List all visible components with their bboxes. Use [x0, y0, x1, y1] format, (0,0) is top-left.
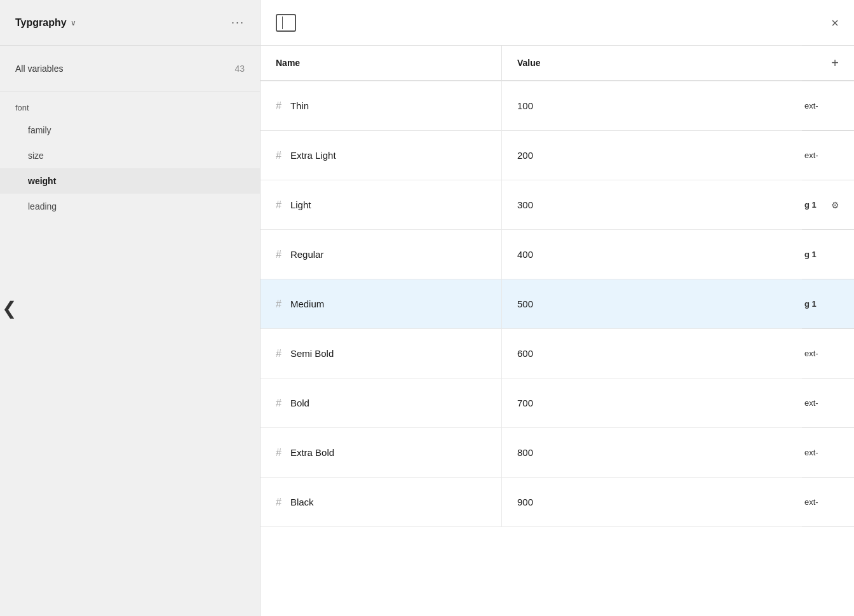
value-cell: 700	[502, 378, 816, 427]
sidebar-more-button[interactable]: ···	[231, 16, 245, 29]
main-container: ❮ Typgraphy ∨ ··· All variables 43 font …	[0, 0, 854, 616]
value-cell: 100	[502, 81, 816, 130]
value-cell: 800	[502, 428, 816, 477]
all-variables-count: 43	[234, 64, 245, 74]
table-row[interactable]: # Light 300 ⚙	[261, 180, 854, 230]
table-body: # Thin 100 # Extra Light 200	[261, 81, 854, 616]
variable-name: Extra Light	[290, 150, 336, 161]
variable-name: Semi Bold	[290, 348, 334, 359]
column-name-header: Name	[261, 46, 502, 80]
hash-icon: #	[276, 100, 281, 112]
left-chevron[interactable]: ❮	[0, 298, 18, 319]
actions-cell	[816, 428, 854, 477]
actions-cell	[816, 378, 854, 427]
variable-name: Regular	[290, 249, 324, 260]
sidebar-item-leading[interactable]: leading	[0, 194, 260, 219]
sidebar-title: Typgraphy	[15, 17, 67, 29]
column-actions-header: +	[816, 46, 854, 80]
panel-toggle-button[interactable]	[276, 14, 296, 32]
name-cell: # Extra Bold	[261, 428, 502, 477]
value-cell: 900	[502, 478, 816, 526]
sidebar-section-font: font	[0, 91, 260, 117]
hash-icon: #	[276, 348, 281, 359]
value-cell: 500	[502, 279, 816, 328]
actions-cell	[816, 279, 854, 328]
name-cell: # Black	[261, 478, 502, 526]
sidebar-all-variables[interactable]: All variables 43	[0, 46, 260, 91]
hash-icon: #	[276, 398, 281, 409]
variable-name: Bold	[290, 398, 309, 408]
name-cell: # Semi Bold	[261, 329, 502, 378]
name-cell: # Thin	[261, 81, 502, 130]
name-cell: # Light	[261, 180, 502, 229]
table-row[interactable]: # Extra Light 200	[261, 131, 854, 180]
name-cell: # Extra Light	[261, 131, 502, 180]
actions-cell	[816, 478, 854, 526]
actions-cell	[816, 131, 854, 180]
value-cell: 400	[502, 230, 816, 279]
column-value-header: Value	[502, 46, 816, 80]
hash-icon: #	[276, 447, 281, 459]
all-variables-label: All variables	[15, 64, 63, 74]
table-row[interactable]: # Medium 500	[261, 279, 854, 329]
table-header: Name Value +	[261, 46, 854, 81]
actions-cell	[816, 329, 854, 378]
value-cell: 300	[502, 180, 816, 229]
content-header: ×	[261, 0, 854, 46]
sidebar-title-chevron: ∨	[71, 18, 76, 27]
variable-name: Thin	[290, 100, 309, 111]
sidebar-item-size[interactable]: size	[0, 143, 260, 168]
value-cell: 600	[502, 329, 816, 378]
hash-icon: #	[276, 249, 281, 260]
close-button[interactable]: ×	[831, 17, 839, 29]
table-row[interactable]: # Extra Bold 800	[261, 428, 854, 478]
table-row[interactable]: # Thin 100	[261, 81, 854, 131]
hash-icon: #	[276, 150, 281, 161]
actions-cell	[816, 230, 854, 279]
table-row[interactable]: # Bold 700	[261, 378, 854, 428]
value-cell: 200	[502, 131, 816, 180]
actions-cell	[816, 81, 854, 130]
sidebar-header: Typgraphy ∨ ···	[0, 0, 260, 46]
main-content: × Name Value + # Thin 100	[261, 0, 854, 616]
table-row[interactable]: # Semi Bold 600	[261, 329, 854, 378]
actions-cell: ⚙	[816, 180, 854, 229]
sidebar-item-family[interactable]: family	[0, 117, 260, 143]
table-row[interactable]: # Regular 400	[261, 230, 854, 279]
hash-icon: #	[276, 199, 281, 211]
sidebar: Typgraphy ∨ ··· All variables 43 font fa…	[0, 0, 261, 616]
sidebar-item-weight[interactable]: weight	[0, 168, 260, 194]
table-row[interactable]: # Black 900	[261, 478, 854, 527]
hash-icon: #	[276, 298, 281, 310]
variable-name: Light	[290, 199, 311, 210]
add-variable-button[interactable]: +	[831, 56, 839, 70]
variable-name: Medium	[290, 298, 324, 309]
hash-icon: #	[276, 497, 281, 508]
sidebar-title-wrap: Typgraphy ∨	[15, 17, 76, 29]
variable-name: Black	[290, 497, 314, 507]
variable-name: Extra Bold	[290, 447, 334, 458]
name-cell: # Bold	[261, 378, 502, 427]
name-cell: # Medium	[261, 279, 502, 328]
adjust-icon[interactable]: ⚙	[831, 200, 839, 210]
name-cell: # Regular	[261, 230, 502, 279]
